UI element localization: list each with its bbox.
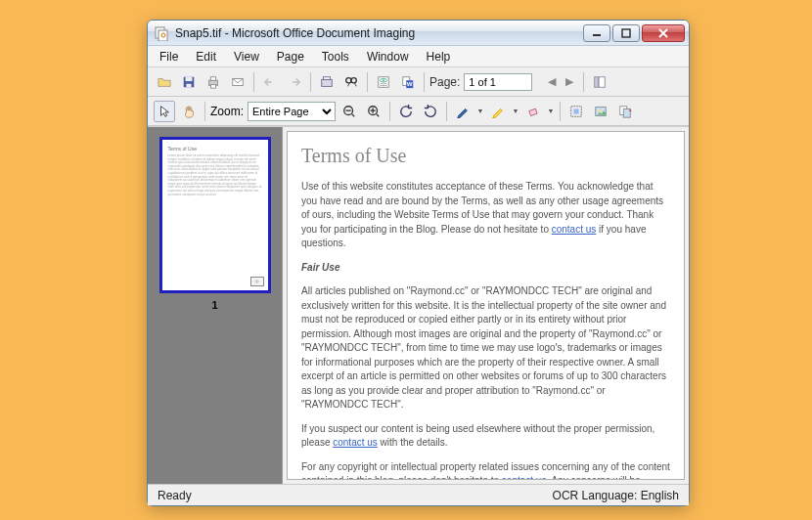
thumbnails-toggle-icon[interactable] [589, 71, 610, 93]
statusbar: Ready OCR Language: English [148, 484, 689, 505]
svg-point-42 [598, 108, 601, 111]
separator [253, 72, 254, 92]
svg-point-23 [383, 79, 384, 81]
window-title: Snap5.tif - Microsoft Office Document Im… [169, 26, 583, 40]
separator [310, 72, 311, 92]
svg-point-17 [346, 77, 351, 82]
select-image-icon[interactable] [565, 101, 587, 122]
hand-tool-icon[interactable] [178, 101, 200, 122]
svg-rect-16 [324, 76, 331, 79]
svg-rect-44 [623, 108, 630, 117]
ocr-icon[interactable] [373, 71, 394, 93]
svg-rect-10 [186, 83, 191, 87]
mail-icon[interactable] [227, 71, 248, 93]
svg-rect-30 [599, 76, 605, 87]
svg-text:W: W [407, 80, 413, 87]
maximize-button[interactable] [612, 24, 640, 42]
document-view[interactable]: Terms of Use Use of this website constit… [287, 131, 685, 480]
separator [560, 102, 561, 121]
highlighter-tool-icon[interactable] [487, 101, 509, 122]
svg-point-18 [351, 77, 356, 82]
svg-rect-29 [595, 76, 599, 87]
titlebar[interactable]: Snap5.tif - Microsoft Office Document Im… [148, 21, 689, 46]
rotate-left-icon[interactable] [395, 101, 417, 122]
ocr-badge-icon: 👁 [250, 277, 264, 286]
rotate-right-icon[interactable] [420, 101, 441, 122]
status-right: OCR Language: English [553, 489, 679, 502]
menubar: File Edit View Page Tools Window Help [148, 46, 689, 67]
separator [424, 72, 425, 92]
app-window: Snap5.tif - Microsoft Office Document Im… [147, 20, 690, 506]
menu-file[interactable]: File [152, 48, 186, 65]
eraser-dropdown-icon[interactable]: ▼ [547, 108, 555, 114]
separator [446, 102, 447, 121]
pen-tool-icon[interactable] [452, 101, 474, 122]
contact-us-link[interactable]: contact us [502, 475, 547, 480]
app-icon [154, 25, 169, 41]
send-to-word-icon[interactable]: W [397, 71, 419, 93]
menu-view[interactable]: View [226, 48, 267, 65]
separator [389, 102, 390, 121]
svg-rect-40 [573, 108, 578, 113]
page-label: Page: [429, 75, 460, 89]
next-page-icon[interactable]: ▶ [561, 71, 578, 93]
toolbar-main: W Page: ◀ ▶ [148, 67, 689, 97]
highlighter-dropdown-icon[interactable]: ▼ [512, 108, 519, 114]
pointer-tool-icon[interactable] [154, 101, 175, 122]
svg-rect-15 [322, 79, 333, 86]
menu-help[interactable]: Help [419, 48, 459, 65]
page-input[interactable] [464, 73, 532, 91]
doc-para-3: If you suspect our content is being used… [301, 422, 670, 451]
svg-rect-5 [622, 29, 630, 37]
menu-page[interactable]: Page [269, 48, 312, 65]
zoom-select[interactable]: Entire Page [248, 102, 336, 121]
close-button[interactable] [642, 24, 685, 42]
toolbar-view: Zoom: Entire Page ▼ ▼ ▼ [148, 97, 689, 126]
doc-para-4: For any copyright or intellectual proper… [301, 460, 670, 481]
thumbnail-panel: Terms of Use Lorem ipsum dolor sit amet … [148, 127, 283, 484]
doc-heading-fairuse: Fair Use [301, 262, 339, 273]
separator [583, 72, 584, 92]
status-left: Ready [158, 489, 192, 502]
thumbnail-page-number: 1 [211, 299, 217, 311]
menu-window[interactable]: Window [359, 48, 417, 65]
svg-line-37 [377, 113, 380, 116]
zoom-out-icon[interactable] [338, 101, 360, 122]
print-icon[interactable] [203, 71, 224, 93]
scan-icon[interactable] [316, 71, 338, 93]
contact-us-link[interactable]: contact us [333, 437, 378, 448]
content-area: Terms of Use Lorem ipsum dolor sit amet … [148, 126, 689, 484]
copy-image-icon[interactable] [614, 101, 636, 122]
contact-us-link[interactable]: contact us [552, 224, 597, 235]
menu-tools[interactable]: Tools [314, 48, 357, 65]
svg-rect-38 [529, 108, 537, 115]
svg-rect-13 [210, 84, 215, 88]
redo-icon [284, 71, 305, 93]
menu-edit[interactable]: Edit [188, 48, 224, 65]
zoom-in-icon[interactable] [363, 101, 384, 122]
doc-para-2: All articles published on "Raymond.cc" o… [301, 284, 670, 412]
svg-rect-2 [158, 30, 167, 41]
insert-image-icon[interactable] [590, 101, 611, 122]
eraser-tool-icon[interactable] [522, 101, 544, 122]
find-icon[interactable] [340, 71, 362, 93]
open-icon[interactable] [154, 71, 175, 93]
doc-title: Terms of Use [301, 142, 670, 170]
minimize-button[interactable] [583, 24, 610, 42]
doc-para-1: Use of this website constitutes acceptan… [301, 180, 670, 251]
zoom-label: Zoom: [210, 105, 244, 118]
undo-icon [259, 71, 281, 93]
svg-line-33 [352, 113, 355, 116]
svg-rect-9 [186, 76, 193, 80]
separator [204, 102, 205, 121]
separator [367, 72, 368, 92]
prev-page-icon[interactable]: ◀ [543, 71, 561, 93]
save-icon[interactable] [178, 71, 200, 93]
svg-line-20 [355, 82, 357, 86]
pen-dropdown-icon[interactable]: ▼ [476, 108, 484, 114]
svg-rect-12 [210, 76, 215, 80]
page-thumbnail[interactable]: Terms of Use Lorem ipsum dolor sit amet … [159, 137, 271, 293]
